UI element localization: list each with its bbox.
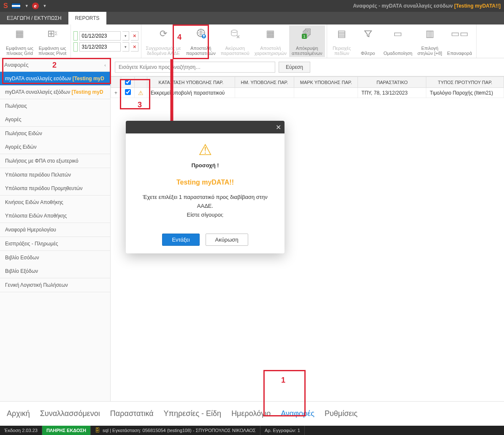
search-button[interactable]: Εύρεση bbox=[279, 62, 310, 73]
status-database: 🗄 sql | Εγκατάσταση: 056815054 (testing1… bbox=[91, 426, 260, 435]
sidebar-item-purchases[interactable]: Αγορές bbox=[0, 113, 110, 126]
expand-row-icon[interactable]: + bbox=[111, 88, 121, 98]
dialog-tagline: Testing myDATA!! bbox=[134, 179, 276, 186]
status-version: Έκδοση 2.03.23 bbox=[0, 426, 42, 435]
cell-submission-date bbox=[235, 88, 294, 98]
sidebar-item-item-sales[interactable]: Πωλήσεις Ειδών bbox=[0, 127, 110, 140]
sync-aade-button[interactable]: ⟳ Συγχρονισμός με δεδομένα ΑΑΔΕ bbox=[143, 25, 183, 57]
search-input[interactable] bbox=[115, 62, 275, 73]
row-checkbox[interactable] bbox=[125, 89, 131, 95]
group-button[interactable]: ▭ Ομαδοποίηση bbox=[381, 25, 415, 57]
cancel-document-button[interactable]: Ακύρωση παραστατικού bbox=[218, 25, 252, 57]
sidebar-item-general-ledger-sales[interactable]: Γενική Λογιστική Πωλήσεων bbox=[0, 278, 110, 292]
select-all-checkbox[interactable] bbox=[125, 79, 131, 85]
ok-button[interactable]: Εντάξει bbox=[162, 234, 199, 246]
date-to-dropdown-icon[interactable]: ▾ bbox=[122, 42, 129, 52]
sidebar-item-expense-book[interactable]: Βιβλίο Εξόδων bbox=[0, 264, 110, 278]
date-to-control[interactable]: ▾ × bbox=[73, 42, 138, 52]
send-documents-button[interactable]: Αποστολή παραστατικών bbox=[184, 25, 218, 57]
columns-icon: ▥ bbox=[425, 27, 434, 41]
dialog-titlebar: ✕ bbox=[126, 121, 285, 133]
nav-home[interactable]: Αρχική bbox=[7, 409, 30, 418]
hide-sent-button[interactable]: 🗐 1 Απόκρυψη απεσταλμένων bbox=[289, 25, 325, 57]
date-to-clear-icon[interactable]: × bbox=[131, 42, 138, 52]
column-template-type[interactable]: ΤΥΠΟΣ ΠΡΟΤΥΠΟΥ ΠΑΡ. bbox=[426, 77, 504, 88]
date-from-control[interactable]: ▾ × bbox=[73, 31, 138, 41]
cell-status: Εκκρεμεί υποβολή παραστατικού bbox=[147, 88, 235, 98]
column-mark[interactable]: ΜΑΡΚ ΥΠΟΒΟΛΗΣ ΠΑΡ. bbox=[294, 77, 358, 88]
date-from-clear-icon[interactable]: × bbox=[131, 31, 138, 41]
sidebar-item-mydata-expenses[interactable]: myDATA συναλλαγές εξόδων [Testing myD bbox=[0, 85, 110, 99]
sidebar-item-mydata-income[interactable]: myDATA συναλλαγές εσόδων [Testing myD bbox=[0, 72, 110, 85]
badge-dropdown-icon[interactable]: ▼ bbox=[43, 4, 47, 8]
sync-icon: ⟳ bbox=[160, 27, 167, 41]
pivot-view-button[interactable]: ⊞Σ Εμφάνιση ως πίνακας Pivot bbox=[36, 25, 69, 57]
cancel-button[interactable]: Ακύρωση bbox=[206, 234, 248, 246]
sidebar-item-stock-balances[interactable]: Υπόλοιπα Ειδών Αποθήκης bbox=[0, 209, 110, 223]
group-icon: ▭ bbox=[393, 27, 402, 41]
nav-calendar[interactable]: Ημερολόγιο bbox=[231, 409, 271, 418]
date-range-group: ▾ × ▾ × bbox=[71, 24, 141, 58]
warning-column-header bbox=[135, 77, 147, 88]
filter-button[interactable]: Φίλτρο bbox=[355, 25, 381, 57]
database-icon: 🗄 bbox=[95, 427, 100, 433]
nav-settings[interactable]: Ρυθμίσεις bbox=[325, 409, 358, 418]
app-badge-icon[interactable]: e bbox=[32, 3, 39, 9]
reports-sidebar: Αναφορές ‹ myDATA συναλλαγές εσόδων [Tes… bbox=[0, 58, 111, 401]
close-icon[interactable]: ✕ bbox=[276, 123, 281, 131]
sidebar-item-supplier-balances[interactable]: Υπόλοιπα περιόδου Προμηθευτών bbox=[0, 182, 110, 195]
sidebar-header[interactable]: Αναφορές ‹ bbox=[0, 58, 110, 72]
tab-reports[interactable]: REPORTS bbox=[68, 12, 106, 24]
column-document[interactable]: ΠΑΡΑΣΤΑΤΙΚΟ bbox=[358, 77, 426, 88]
dialog-title: Προσοχή ! bbox=[134, 162, 276, 169]
column-status[interactable]: ΚΑΤΑΣΤΑΣΗ ΥΠΟΒΟΛΗΣ ΠΑΡ. bbox=[147, 77, 235, 88]
table-row[interactable]: + ⚠ Εκκρεμεί υποβολή παραστατικού ΤΠΥ, 7… bbox=[111, 88, 504, 98]
grid-send-icon: ▦ bbox=[266, 27, 275, 41]
sidebar-item-stock-movements[interactable]: Κινήσεις Ειδών Αποθήκης bbox=[0, 196, 110, 209]
cell-document: ΤΠΥ, 78, 13/12/2023 bbox=[358, 88, 426, 98]
bottom-nav: Αρχική Συναλλασσόμενοι Παραστατικά Υπηρε… bbox=[0, 401, 504, 426]
column-chooser-button[interactable]: ▥ Επιλογή στηλών [+8] bbox=[415, 25, 444, 57]
date-from-dropdown-icon[interactable]: ▾ bbox=[122, 31, 129, 41]
date-from-indicator bbox=[73, 31, 78, 41]
globe-upload-icon bbox=[195, 27, 207, 41]
field-areas-button[interactable]: ▤ Περιοχές πεδίων bbox=[329, 25, 355, 57]
db-cancel-icon bbox=[230, 27, 240, 41]
grid-icon: ▦ bbox=[15, 27, 24, 41]
pivot-icon: ⊞Σ bbox=[47, 27, 57, 41]
sidebar-item-vat-abroad[interactable]: Πωλήσεις με ΦΠΑ στο εξωτερικό bbox=[0, 154, 110, 168]
window-title: Αναφορές - myDATA συναλλαγές εσόδων [Tes… bbox=[353, 3, 501, 9]
expand-column-header bbox=[111, 77, 121, 88]
flag-icon[interactable] bbox=[11, 3, 21, 9]
layout-icon: ▤ bbox=[337, 27, 346, 41]
chevron-left-icon[interactable]: ‹ bbox=[104, 63, 106, 68]
date-to-indicator bbox=[73, 42, 78, 52]
sidebar-item-customer-balances[interactable]: Υπόλοιπα περιόδου Πελατών bbox=[0, 168, 110, 182]
sidebar-item-journal-report[interactable]: Αναφορά Ημερολογίου bbox=[0, 223, 110, 237]
nav-documents[interactable]: Παραστατικά bbox=[110, 409, 154, 418]
search-bar: Εύρεση bbox=[111, 58, 504, 76]
sidebar-item-income-book[interactable]: Βιβλίο Εσόδων bbox=[0, 251, 110, 264]
nav-contacts[interactable]: Συναλλασσόμενοι bbox=[40, 409, 100, 418]
ribbon-tabs: ΕΞΑΓΩΓΗ / ΕΚΤΥΠΩΣΗ REPORTS bbox=[0, 12, 504, 24]
checkbox-column-header[interactable] bbox=[121, 77, 135, 88]
nav-services-items[interactable]: Υπηρεσίες - Είδη bbox=[164, 409, 222, 418]
dialog-message: Έχετε επιλέξει 1 παραστατικό προς διαβίβ… bbox=[134, 193, 276, 219]
tab-export-print[interactable]: ΕΞΑΓΩΓΗ / ΕΚΤΥΠΩΣΗ bbox=[0, 12, 68, 24]
sidebar-item-receipts-payments[interactable]: Εισπράξεις - Πληρωμές bbox=[0, 237, 110, 250]
send-characterizations-button[interactable]: ▦ Αποστολή χαρακτηρισμών bbox=[252, 25, 289, 57]
count-badge: 1 bbox=[302, 34, 307, 39]
sidebar-item-sales[interactable]: Πωλήσεις bbox=[0, 99, 110, 113]
status-edition: ΠΛΗΡΗΣ ΕΚΔΟΣΗ bbox=[42, 426, 91, 435]
status-bar: Έκδοση 2.03.23 ΠΛΗΡΗΣ ΕΚΔΟΣΗ 🗄 sql | Εγκ… bbox=[0, 426, 504, 435]
reset-icon: ▭▭ bbox=[451, 27, 469, 41]
ribbon: ▦ Εμφάνιση ως πίνακας Grid ⊞Σ Εμφάνιση ω… bbox=[0, 24, 504, 58]
date-to-input[interactable] bbox=[79, 42, 121, 52]
grid-view-button[interactable]: ▦ Εμφάνιση ως πίνακας Grid bbox=[3, 25, 36, 57]
sidebar-item-item-purchases[interactable]: Αγορές Ειδών bbox=[0, 140, 110, 154]
flag-dropdown-icon[interactable]: ▼ bbox=[25, 4, 29, 8]
reset-button[interactable]: ▭▭ Επαναφορά bbox=[444, 25, 474, 57]
column-submission-date[interactable]: ΗΜ. ΥΠΟΒΟΛΗΣ ΠΑΡ. bbox=[235, 77, 294, 88]
date-from-input[interactable] bbox=[79, 31, 121, 41]
nav-reports[interactable]: Αναφορές bbox=[281, 409, 314, 418]
